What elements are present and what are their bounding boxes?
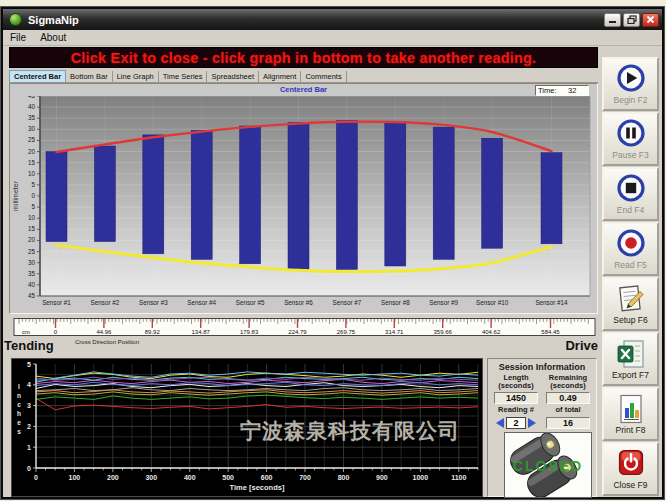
svg-text:300: 300	[145, 474, 157, 481]
svg-text:89.92: 89.92	[145, 329, 161, 335]
svg-text:269.75: 269.75	[337, 329, 356, 335]
tab-spreadsheet[interactable]: Spreadsheet	[207, 71, 259, 82]
time-label: Time:	[536, 86, 556, 95]
excel-icon	[614, 338, 648, 370]
nip-rollers-image: CLOSED	[504, 432, 592, 498]
length-value: 1450	[494, 392, 538, 404]
svg-text:10: 10	[28, 170, 36, 177]
close-f9-button[interactable]: Close F9	[602, 442, 659, 496]
svg-text:30: 30	[28, 125, 36, 132]
svg-text:Sensor #5: Sensor #5	[236, 299, 265, 306]
time-display: Time: 32	[535, 85, 589, 96]
trend-chart-panel[interactable]: 0100200300400500600700800900100011000123…	[11, 358, 483, 497]
minimize-button[interactable]	[604, 13, 621, 27]
svg-text:Cross Direction Position: Cross Direction Position	[75, 339, 139, 345]
close-f9-label: Close F9	[613, 480, 647, 490]
time-value: 32	[556, 86, 588, 95]
close-button[interactable]	[642, 13, 659, 27]
svg-text:Sensor #4: Sensor #4	[187, 299, 216, 306]
menu-item-file[interactable]: File	[3, 32, 33, 43]
read-f5-button[interactable]: Read F5	[602, 222, 659, 276]
svg-text:45: 45	[28, 292, 36, 299]
restore-button[interactable]	[623, 13, 640, 27]
svg-text:20: 20	[28, 148, 36, 155]
svg-text:Sensor #9: Sensor #9	[429, 299, 458, 306]
session-panel: Session Information Length (seconds) 145…	[487, 358, 597, 497]
svg-text:Sensor #10: Sensor #10	[476, 299, 509, 306]
svg-text:800: 800	[338, 474, 350, 481]
export-f7-button[interactable]: Export F7	[602, 332, 659, 386]
tab-line-graph[interactable]: Line Graph	[113, 71, 159, 82]
svg-text:c: c	[17, 401, 21, 408]
svg-text:40: 40	[28, 103, 36, 110]
roller-status-text: CLOSED	[513, 458, 583, 474]
tab-bar: Centered BarBottom BarLine GraphTime Ser…	[9, 70, 598, 83]
remaining-value: 0.49	[546, 392, 590, 404]
reading-next-button[interactable]	[528, 418, 536, 428]
chart-panel: Centered Bar Time: 32 454035302520151050…	[9, 83, 598, 314]
svg-text:Sensor #1: Sensor #1	[42, 299, 71, 306]
svg-text:h: h	[17, 410, 21, 417]
svg-text:15: 15	[28, 159, 36, 166]
trend-chart[interactable]: 0100200300400500600700800900100011000123…	[12, 359, 482, 496]
end-f4-button[interactable]: End F4	[602, 167, 659, 221]
svg-text:5: 5	[27, 361, 31, 368]
setup-f6-button[interactable]: Setup F6	[602, 277, 659, 331]
svg-text:400: 400	[184, 474, 196, 481]
svg-text:134.87: 134.87	[192, 329, 211, 335]
svg-text:314.71: 314.71	[385, 329, 404, 335]
print-f8-button[interactable]: Print F8	[602, 387, 659, 441]
minimize-icon	[608, 15, 617, 24]
svg-text:500: 500	[222, 474, 234, 481]
reading-prev-button[interactable]	[496, 418, 504, 428]
setup-icon	[614, 283, 648, 315]
app-logo-icon	[9, 13, 22, 26]
svg-text:35: 35	[28, 270, 36, 277]
svg-text:25: 25	[28, 248, 36, 255]
svg-text:2: 2	[27, 423, 31, 430]
play-icon	[614, 63, 648, 95]
svg-text:Time [seconds]: Time [seconds]	[230, 483, 285, 492]
centered-bar-chart: 45403530252015105051015202530354045milli…	[10, 96, 597, 313]
remaining-label: Remaining (seconds)	[542, 374, 594, 391]
record-icon	[614, 228, 648, 260]
svg-text:900: 900	[376, 474, 388, 481]
reading-label: Reading #	[490, 406, 542, 416]
svg-text:44.96: 44.96	[96, 329, 112, 335]
begin-f2-button[interactable]: Begin F2	[602, 57, 659, 111]
svg-text:404.62: 404.62	[482, 329, 501, 335]
svg-text:4: 4	[27, 381, 31, 388]
tab-alignment[interactable]: Alignment	[259, 71, 301, 82]
tab-comments[interactable]: Comments	[301, 71, 346, 82]
chart-title: Centered Bar	[10, 85, 597, 94]
svg-text:Sensor #8: Sensor #8	[381, 299, 410, 306]
print-f8-label: Print F8	[616, 425, 646, 435]
total-label: of total	[542, 406, 594, 416]
svg-text:359.66: 359.66	[434, 329, 453, 335]
tab-bottom-bar[interactable]: Bottom Bar	[66, 71, 113, 82]
pause-f3-label: Pause F3	[612, 150, 648, 160]
svg-text:5: 5	[31, 181, 35, 188]
position-ruler: 044.9689.92134.87179.83224.79269.75314.7…	[9, 318, 598, 352]
svg-text:cm: cm	[22, 329, 30, 335]
svg-text:10: 10	[28, 214, 36, 221]
svg-text:0: 0	[34, 474, 38, 481]
pause-f3-button[interactable]: Pause F3	[602, 112, 659, 166]
svg-text:0: 0	[27, 465, 31, 472]
svg-text:15: 15	[28, 225, 36, 232]
setup-f6-label: Setup F6	[613, 315, 648, 325]
title-bar: SigmaNip	[3, 9, 662, 30]
svg-text:s: s	[17, 428, 21, 435]
svg-text:30: 30	[28, 259, 36, 266]
close-icon	[646, 15, 655, 24]
sidebar: Begin F2Pause F3End F4Read F5Setup F6Exp…	[602, 57, 659, 497]
alert-banner: Click Exit to close - click graph in bot…	[9, 47, 598, 68]
menu-item-about[interactable]: About	[33, 32, 73, 43]
svg-text:25: 25	[28, 136, 36, 143]
svg-text:3: 3	[27, 402, 31, 409]
tab-time-series[interactable]: Time Series	[159, 71, 208, 82]
svg-text:5: 5	[31, 203, 35, 210]
svg-text:584.45: 584.45	[541, 329, 560, 335]
tab-centered-bar[interactable]: Centered Bar	[9, 70, 66, 82]
svg-text:45: 45	[28, 96, 36, 99]
